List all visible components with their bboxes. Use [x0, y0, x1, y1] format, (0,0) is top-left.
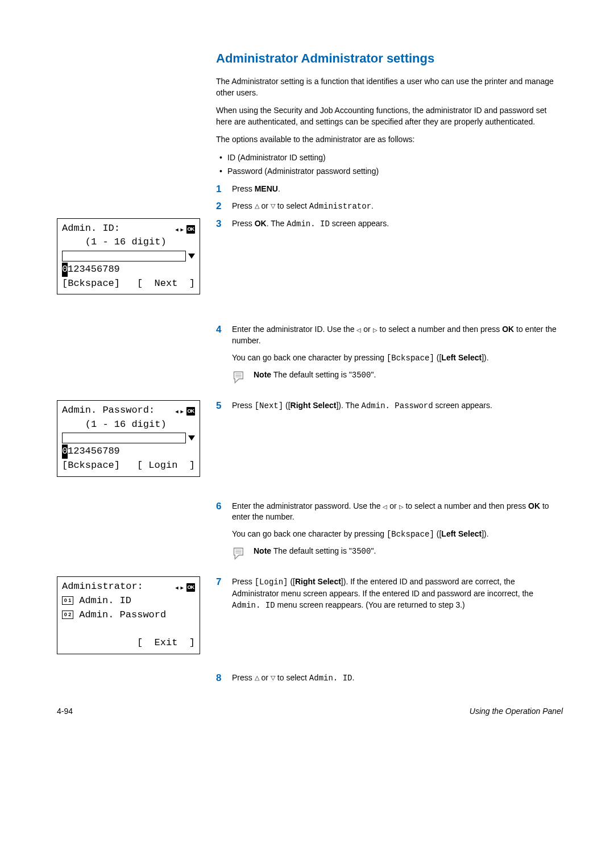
step-8: 8 Press △ or ▽ to select Admin. ID. [216, 672, 563, 684]
lcd-admin-id: Admin. ID: ◄ ► OK (1 - 16 digit) 0123456… [57, 218, 200, 295]
lcd-title: Admin. Password: [62, 404, 155, 418]
note-text: Note The default setting is "3500". [254, 546, 376, 558]
step-number: 2 [216, 201, 226, 213]
caret-down-icon [188, 435, 195, 441]
step-5: 5 Press [Next] ([Right Select]). The Adm… [216, 400, 563, 412]
step-number: 5 [216, 400, 226, 412]
step-6: 6 Enter the administrator password. Use … [216, 501, 563, 571]
lcd-nav-icons: ◄ ► OK [174, 222, 195, 236]
intro-para-3: The options available to the administrat… [216, 134, 563, 146]
intro-para-1: The Administrator setting is a function … [216, 76, 563, 98]
lcd-nav-icons: ◄ ► OK [174, 580, 195, 594]
note-icon [232, 546, 248, 560]
lcd-nav-icons: ◄ ► OK [174, 404, 195, 418]
page-number: 4-94 [57, 707, 73, 716]
right-triangle-icon: ▷ [373, 327, 377, 333]
footer-label: Using the Operation Panel [470, 707, 563, 716]
note-text: Note The default setting is "3500". [254, 369, 376, 381]
step-4: 4 Enter the administrator ID. Use the ◁ … [216, 324, 563, 394]
step-number: 3 [216, 218, 226, 230]
down-triangle-icon: ▽ [271, 674, 275, 681]
lcd-title: Admin. ID: [62, 222, 120, 236]
lcd-softkey-right: [ Login ] [137, 459, 195, 473]
lcd-char-strip: 0123456789 [62, 445, 195, 459]
caret-down-icon [188, 254, 195, 259]
right-triangle-icon: ▷ [399, 504, 404, 510]
lcd-softkey-right: [ Exit ] [137, 636, 195, 650]
section-title: Administrator Administrator settings [216, 51, 563, 66]
lcd-administrator-menu: Administrator: ◄ ► OK 0 1 Admin. ID 0 2 … [57, 576, 200, 654]
step-number: 6 [216, 501, 226, 571]
page-footer: 4-94 Using the Operation Panel [57, 690, 563, 716]
list-item: ID (Administrator ID setting) [219, 152, 563, 164]
lcd-char-strip: 0123456789 [62, 263, 195, 277]
option-list: ID (Administrator ID setting) Password (… [216, 152, 563, 177]
step-1: 1 Press MENU. [216, 184, 563, 195]
intro-para-2: When using the Security and Job Accounti… [216, 105, 563, 127]
note-icon [232, 369, 248, 384]
down-triangle-icon: ▽ [271, 202, 275, 209]
step-7: 7 Press [Login] ([Right Select]). If the… [216, 576, 563, 617]
lcd-menu-item: 0 2 Admin. Password [62, 608, 195, 622]
list-item: Password (Administrator password setting… [219, 166, 563, 177]
lcd-title: Administrator: [62, 580, 143, 594]
lcd-admin-password: Admin. Password: ◄ ► OK (1 - 16 digit) 0… [57, 400, 200, 477]
step-2: 2 Press △ or ▽ to select Administrator. [216, 201, 563, 213]
up-triangle-icon: △ [255, 202, 259, 209]
lcd-softkey-left: [Bckspace] [62, 277, 120, 291]
step-3: 3 Press OK. The Admin. ID screen appears… [216, 218, 563, 230]
lcd-input-box [62, 251, 186, 261]
up-triangle-icon: △ [255, 674, 259, 681]
lcd-softkey-right: [ Next ] [137, 277, 195, 291]
lcd-input-box [62, 433, 186, 443]
step-number: 4 [216, 324, 226, 394]
lcd-softkey-left: [Bckspace] [62, 459, 120, 473]
step-number: 8 [216, 672, 226, 684]
step-number: 7 [216, 576, 226, 617]
lcd-range: (1 - 16 digit) [62, 418, 167, 432]
lcd-menu-item: 0 1 Admin. ID [62, 594, 195, 608]
step-number: 1 [216, 184, 226, 195]
lcd-range: (1 - 16 digit) [62, 235, 167, 250]
